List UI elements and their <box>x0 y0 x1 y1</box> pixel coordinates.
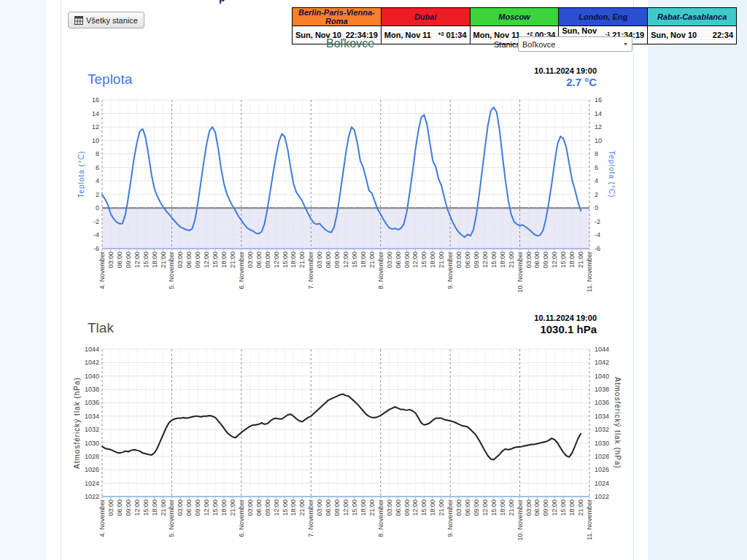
pressure-chart-plot[interactable] <box>102 349 597 502</box>
x-axis-time-label: 06:00 <box>325 252 332 268</box>
clock-city: Moscow <box>470 8 559 26</box>
x-axis-time-label: 03:00 <box>107 499 115 516</box>
x-axis-day-label: 5. November <box>168 499 175 537</box>
x-axis-time-label: 09:00 <box>264 252 271 268</box>
temperature-chart-plot[interactable] <box>102 100 597 254</box>
x-axis-time-label: 21:00 <box>438 499 445 516</box>
chart-title-pressure: Tlak <box>88 320 114 336</box>
y-axis-tick-label: 14 <box>67 110 99 117</box>
x-axis-time-label: 21:00 <box>160 499 167 516</box>
clock-city: Berlin-Paris-Vienna-Roma <box>293 8 382 26</box>
clock-time: 22:34 <box>713 31 733 39</box>
x-axis-time-label: 12:00 <box>203 252 210 268</box>
station-select-value: Boľkovce <box>522 40 555 49</box>
x-axis-time-label: 18:00 <box>499 499 506 516</box>
x-axis-time-label: 09:00 <box>542 499 549 516</box>
x-axis-time-label: 12:00 <box>551 252 558 268</box>
page-margin-right <box>648 0 747 560</box>
x-axis-time-label: 12:00 <box>273 499 280 516</box>
pressure-line <box>102 394 581 460</box>
x-axis-time-label: 15:00 <box>420 499 427 516</box>
x-axis-time-label: 18:00 <box>568 252 576 268</box>
y-axis-tick-label: 1026 <box>67 466 99 473</box>
x-axis-time-label: 12:00 <box>411 252 419 268</box>
x-axis-time-label: 09:00 <box>125 252 132 268</box>
x-axis-time-label: 15:00 <box>142 252 150 268</box>
x-axis-time-label: 15:00 <box>560 252 567 268</box>
x-axis-time-label: 18:00 <box>151 499 158 516</box>
x-axis-time-label: 03:00 <box>316 499 323 516</box>
x-axis-time-label: 09:00 <box>542 252 549 268</box>
x-axis-time-label: 09:00 <box>473 499 480 516</box>
x-axis-time-label: 03:00 <box>316 252 323 268</box>
content-card-right-border <box>633 0 634 560</box>
x-axis-time-label: 15:00 <box>351 252 358 268</box>
y-axis-tick-label: 1044 <box>67 346 99 353</box>
x-axis-time-label: 21:00 <box>229 252 236 268</box>
x-axis-time-label: 03:00 <box>177 499 184 516</box>
x-axis-time-label: 12:00 <box>481 252 489 268</box>
x-axis-time-label: 06:00 <box>255 252 263 268</box>
x-axis-day-label: 11. November <box>586 252 593 292</box>
clock-city: London, Eng <box>559 8 648 26</box>
x-axis-time-label: 03:00 <box>107 252 115 268</box>
y-axis-tick-label: 0 <box>595 204 627 211</box>
x-axis-time-label: 15:00 <box>212 499 219 516</box>
x-axis-time-label: 03:00 <box>386 499 393 516</box>
chart-timestamp-pressure: 10.11.2024 19:00 <box>451 314 597 322</box>
y-axis-tick-label: 1028 <box>595 453 627 460</box>
chart-timestamp-temperature: 10.11.2024 19:00 <box>451 66 597 75</box>
x-axis-time-label: 18:00 <box>499 252 506 268</box>
y-axis-tick-label: 1024 <box>595 480 627 487</box>
y-axis-tick-label: -6 <box>595 245 627 252</box>
x-axis-time-label: 12:00 <box>551 499 558 516</box>
x-axis-time-label: 12:00 <box>133 252 141 268</box>
x-axis-day-label: 11. November <box>586 499 593 540</box>
y-axis-tick-label: 2 <box>67 191 99 198</box>
y-axis-tick-label: 4 <box>595 177 627 184</box>
grid-icon <box>74 16 83 25</box>
x-axis-time-label: 12:00 <box>342 252 349 268</box>
y-axis-tick-label: -2 <box>67 218 99 225</box>
y-axis-tick-label: 16 <box>595 96 627 104</box>
x-axis-time-label: 15:00 <box>282 499 289 516</box>
x-axis-time-label: 06:00 <box>395 252 402 268</box>
clock-city: Rabat-Casablanca <box>648 8 737 26</box>
x-axis-day-label: 8. November <box>377 252 384 289</box>
x-axis-time-label: 15:00 <box>560 499 567 516</box>
y-axis-tick-label: 16 <box>67 96 99 104</box>
chart-current-value-pressure: 1030.1 hPa <box>451 323 597 335</box>
x-axis-time-label: 12:00 <box>481 499 489 516</box>
x-axis-time-label: 06:00 <box>116 252 123 268</box>
y-axis-tick-label: 1036 <box>595 399 627 406</box>
x-axis-time-label: 18:00 <box>568 499 576 516</box>
x-axis-time-label: 15:00 <box>490 252 498 268</box>
x-axis-time-label: 03:00 <box>525 252 533 268</box>
x-axis-time-label: 15:00 <box>282 252 289 268</box>
clipped-page-title: p <box>219 0 235 4</box>
chevron-down-icon: ▼ <box>623 42 628 47</box>
all-stations-button[interactable]: Všetky stanice <box>68 12 144 28</box>
x-axis-time-label: 21:00 <box>229 499 236 516</box>
x-axis-time-label: 21:00 <box>438 252 445 268</box>
y-axis-tick-label: 12 <box>67 123 99 131</box>
clock-utc-offset: +2 <box>527 31 533 36</box>
y-axis-tick-label: 1028 <box>67 453 99 460</box>
x-axis-time-label: 21:00 <box>160 252 167 268</box>
y-axis-tick-label: 1022 <box>67 493 99 500</box>
x-axis-time-label: 18:00 <box>151 252 158 268</box>
x-axis-time-label: 15:00 <box>351 499 358 516</box>
x-axis-time-label: 18:00 <box>360 252 367 268</box>
x-axis-time-label: 03:00 <box>386 252 393 268</box>
x-axis-time-label: 03:00 <box>177 252 184 268</box>
station-select[interactable]: Boľkovce ▼ <box>518 36 632 52</box>
y-axis-tick-label: 1022 <box>595 493 627 500</box>
page-title: Boľkovce <box>326 37 374 50</box>
y-axis-tick-label: 10 <box>595 137 627 144</box>
x-axis-time-label: 03:00 <box>247 499 254 516</box>
x-axis-time-label: 18:00 <box>220 252 228 268</box>
y-axis-tick-label: 8 <box>595 150 627 158</box>
y-axis-tick-label: 1036 <box>67 399 99 406</box>
y-axis-tick-label: 1044 <box>595 346 627 353</box>
x-axis-day-label: 6. November <box>238 252 245 289</box>
